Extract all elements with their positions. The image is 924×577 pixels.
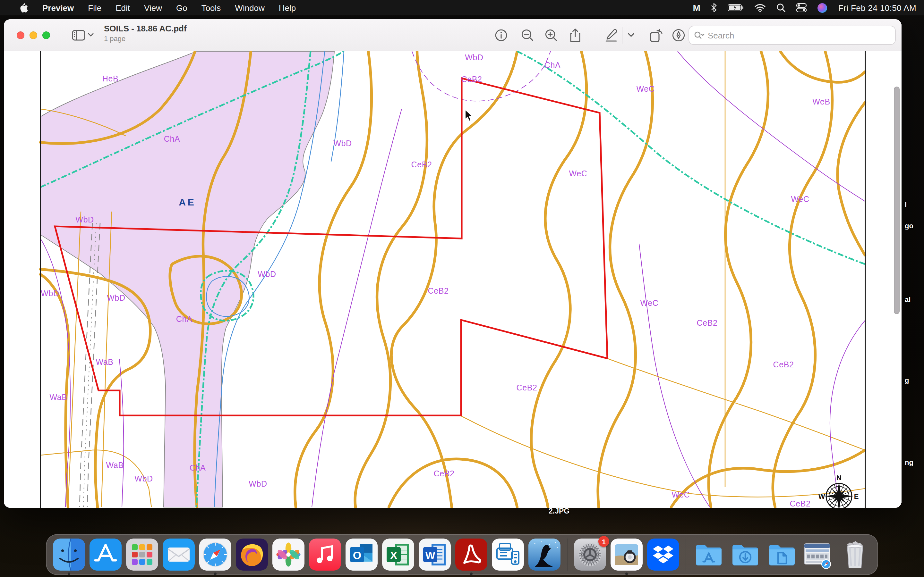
siri-icon[interactable] <box>818 3 827 13</box>
malwarebytes-icon[interactable]: M <box>693 3 700 13</box>
notification-badge: 1 <box>598 536 609 547</box>
dock-item-excel[interactable]: X <box>382 538 414 571</box>
printer-icon <box>492 538 524 571</box>
control-center-icon[interactable] <box>796 3 807 12</box>
dock-item-launchpad[interactable] <box>126 538 158 571</box>
dock-item-music[interactable] <box>309 538 341 571</box>
dock-item-trash[interactable] <box>839 538 871 571</box>
dock-item-app-store[interactable] <box>89 538 121 571</box>
running-indicator <box>470 572 473 575</box>
sidebar-icon <box>72 29 86 40</box>
menu-item-view[interactable]: View <box>137 0 169 15</box>
minimize-button[interactable] <box>29 31 37 39</box>
kindle-icon <box>528 538 561 571</box>
dock-item-preview[interactable] <box>611 538 643 571</box>
desktop-icon-label-fragment[interactable]: ng <box>905 458 921 466</box>
mail-icon <box>163 538 195 571</box>
dock-item-firefox[interactable] <box>236 538 268 571</box>
info-button[interactable] <box>495 29 507 41</box>
dock-divider <box>567 538 567 571</box>
outlook-icon: O <box>346 538 378 571</box>
markup-chevron-button[interactable] <box>628 32 635 37</box>
screen: Preview File Edit View Go Tools Window H… <box>0 0 924 577</box>
dock-item-safari[interactable] <box>199 538 231 571</box>
sketch-pen-button[interactable] <box>672 28 685 42</box>
menu-item-edit[interactable]: Edit <box>108 0 137 15</box>
vertical-scrollbar[interactable] <box>894 87 900 314</box>
desktop-file-label[interactable]: 2.JPG <box>549 507 569 515</box>
photos-icon <box>272 538 304 571</box>
apple-icon <box>19 2 28 13</box>
preview-window: SOILS - 18.86 AC.pdf 1 page <box>4 19 901 508</box>
dock-item-printer-app[interactable] <box>492 538 524 571</box>
running-indicator <box>625 572 628 575</box>
desktop-icon-label-fragment[interactable]: l <box>905 201 921 208</box>
svg-text:E: E <box>854 492 859 500</box>
bluetooth-icon[interactable] <box>711 3 717 12</box>
pdf-page[interactable]: N W E AE HeBChAWbDWbDChACeB2WeCWeBCeB2We… <box>4 51 901 508</box>
share-button[interactable] <box>569 28 582 42</box>
menu-clock[interactable]: Fri Feb 24 10:50 AM <box>838 3 916 13</box>
dock-item-dropbox[interactable] <box>647 538 679 571</box>
acrobat-icon <box>455 538 487 571</box>
dock-item-acrobat[interactable] <box>455 538 487 571</box>
rotate-button[interactable] <box>649 27 664 42</box>
svg-text:O: O <box>353 549 361 561</box>
launchpad-icon <box>126 538 158 571</box>
menu-item-help[interactable]: Help <box>272 0 303 15</box>
dock-item-minimized-window[interactable] <box>803 538 835 571</box>
dock-item-outlook[interactable]: O <box>346 538 378 571</box>
menu-item-file[interactable]: File <box>81 0 108 15</box>
menu-item-tools[interactable]: Tools <box>194 0 228 15</box>
dock-item-system-settings[interactable]: 1 <box>574 538 606 571</box>
menu-item-go[interactable]: Go <box>169 0 194 15</box>
firefox-icon <box>236 538 268 571</box>
zoom-button[interactable] <box>42 31 50 39</box>
excel-icon: X <box>382 538 414 571</box>
dock-item-applications[interactable] <box>693 538 725 571</box>
page-count: 1 page <box>104 35 187 42</box>
zoom-out-button[interactable] <box>521 29 534 41</box>
chevron-down-icon <box>88 33 94 37</box>
music-icon <box>309 538 341 571</box>
window-controls <box>17 31 50 39</box>
word-icon: W <box>419 538 451 571</box>
zoom-in-button[interactable] <box>545 29 557 41</box>
dropbox-icon <box>647 538 679 571</box>
dock-item-finder[interactable] <box>53 538 85 571</box>
dock-item-documents[interactable] <box>766 538 798 571</box>
svg-text:X: X <box>390 549 397 561</box>
title-bar: SOILS - 18.86 AC.pdf 1 page <box>4 19 901 51</box>
running-indicator <box>214 572 216 575</box>
search-placeholder: Search <box>708 31 734 40</box>
preview-icon <box>611 538 643 571</box>
folder-downloads-icon <box>729 538 761 571</box>
window-thumb-icon <box>803 538 835 571</box>
dock: OXW1 <box>46 534 878 575</box>
desktop-icon-label-fragment[interactable]: g <box>905 376 921 384</box>
menu-item-preview[interactable]: Preview <box>35 0 81 15</box>
apple-menu[interactable] <box>11 0 35 15</box>
search-field[interactable]: Search <box>688 26 896 45</box>
folder-docs-icon <box>766 538 798 571</box>
dock-item-downloads[interactable] <box>729 538 761 571</box>
safari-icon <box>199 538 231 571</box>
document-title: SOILS - 18.86 AC.pdf <box>104 24 187 33</box>
markup-pen-button[interactable] <box>603 28 618 42</box>
desktop-icon-label-fragment[interactable]: al <box>905 295 921 303</box>
dock-item-mail[interactable] <box>163 538 195 571</box>
menu-item-window[interactable]: Window <box>228 0 272 15</box>
wifi-icon[interactable] <box>755 3 766 12</box>
dock-item-photos[interactable] <box>272 538 304 571</box>
title-block: SOILS - 18.86 AC.pdf 1 page <box>104 24 187 42</box>
spotlight-icon[interactable] <box>777 3 786 12</box>
dock-item-word[interactable]: W <box>419 538 451 571</box>
svg-text:N: N <box>837 474 842 482</box>
dock-item-kindle[interactable] <box>528 538 561 571</box>
close-button[interactable] <box>17 31 24 39</box>
sidebar-toggle-button[interactable] <box>72 29 94 40</box>
toolbar-divider <box>622 27 622 43</box>
desktop-icon-label-fragment[interactable]: go <box>905 222 921 229</box>
finder-icon <box>53 538 85 571</box>
battery-icon[interactable] <box>728 4 744 11</box>
